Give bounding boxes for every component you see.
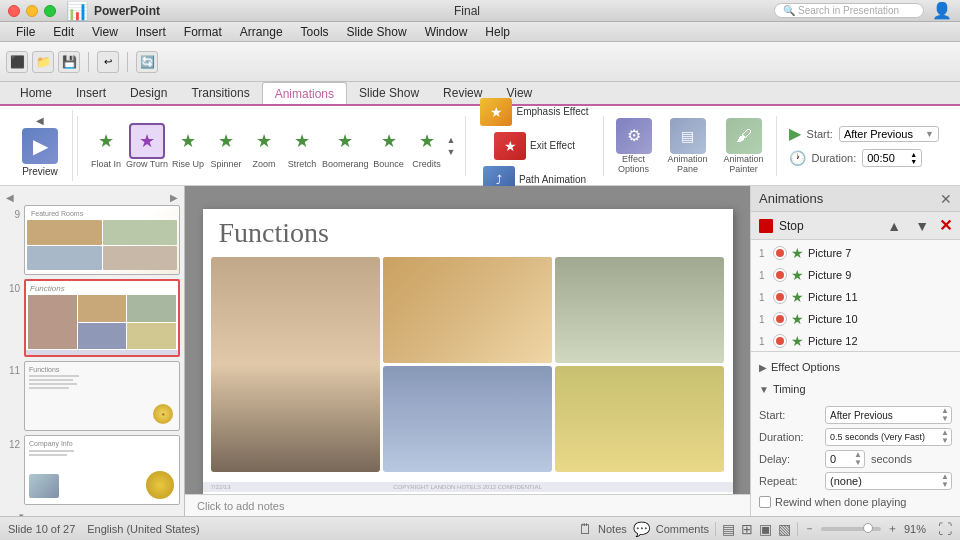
emphasis-effect-button[interactable]: ★ Emphasis Effect bbox=[476, 96, 592, 128]
anim-item-3[interactable]: 1 ★ Picture 11 bbox=[751, 286, 960, 308]
slide-thumb-11[interactable]: 11 Functions ★ bbox=[4, 361, 180, 431]
notes-bar[interactable]: Click to add notes bbox=[185, 494, 750, 516]
zoom-minus[interactable]: － bbox=[804, 521, 815, 536]
start-play-icon: ▶ bbox=[789, 124, 801, 143]
normal-view-button[interactable]: ▤ bbox=[722, 521, 735, 537]
anim-bounce[interactable]: ★ Bounce bbox=[371, 123, 407, 169]
panel-left-arrow[interactable]: ◀ bbox=[6, 192, 14, 203]
anim-stretch[interactable]: ★ Stretch bbox=[284, 123, 320, 169]
zoom-slider[interactable] bbox=[821, 527, 881, 531]
timing-delay-input[interactable]: 0 ▲ ▼ bbox=[825, 450, 865, 468]
fullscreen-button[interactable] bbox=[44, 5, 56, 17]
effect-options-button[interactable]: ⚙ EffectOptions bbox=[616, 118, 652, 174]
anim-rise-up[interactable]: ★ Rise Up bbox=[170, 123, 206, 169]
menu-slideshow[interactable]: Slide Show bbox=[339, 24, 415, 40]
animation-pane-button[interactable]: ▤ AnimationPane bbox=[668, 118, 708, 174]
duration-stepper[interactable]: ▲ ▼ bbox=[910, 151, 917, 165]
slide-thumb-9[interactable]: 9 Featured Rooms bbox=[4, 205, 180, 275]
duration-down-arrow[interactable]: ▼ bbox=[910, 158, 917, 165]
tab-slideshow[interactable]: Slide Show bbox=[347, 82, 431, 104]
slide-thumb-10[interactable]: 10 Functions bbox=[4, 279, 180, 357]
reading-view-button[interactable]: ▣ bbox=[759, 521, 772, 537]
anim-boomerang[interactable]: ★ Boomerang bbox=[322, 123, 369, 169]
timing-duration-dropdown[interactable]: 0.5 seconds (Very Fast) ▲ ▼ bbox=[825, 428, 952, 446]
timing-repeat-dropdown[interactable]: (none) ▲ ▼ bbox=[825, 472, 952, 490]
move-up-button[interactable]: ▲ bbox=[883, 216, 905, 236]
anim-spinner[interactable]: ★ Spinner bbox=[208, 123, 244, 169]
menu-edit[interactable]: Edit bbox=[45, 24, 82, 40]
zoom-plus[interactable]: ＋ bbox=[887, 521, 898, 536]
menu-tools[interactable]: Tools bbox=[293, 24, 337, 40]
zoom-thumb[interactable] bbox=[863, 523, 873, 533]
delete-animation-button[interactable]: ✕ bbox=[939, 216, 952, 235]
timing-start-dropdown[interactable]: After Previous ▲ ▼ bbox=[825, 406, 952, 424]
main-slide[interactable]: Functions bbox=[203, 209, 733, 494]
anim-grow-turn[interactable]: ★ Grow Turn bbox=[126, 123, 168, 169]
tab-animations[interactable]: Animations bbox=[262, 82, 347, 104]
toolbar-save[interactable]: 💾 bbox=[58, 51, 80, 73]
menu-help[interactable]: Help bbox=[477, 24, 518, 40]
anim-item-trigger-dot-4 bbox=[776, 315, 784, 323]
repeat-stepper[interactable]: ▲ ▼ bbox=[941, 473, 949, 489]
share-icon[interactable]: 👤 bbox=[932, 1, 952, 20]
start-down-arrow[interactable]: ▼ bbox=[941, 415, 949, 423]
slide-num-10: 10 bbox=[4, 279, 20, 294]
presenter-view-button[interactable]: ▧ bbox=[778, 521, 791, 537]
anim-item-5[interactable]: 1 ★ Picture 12 bbox=[751, 330, 960, 351]
menu-file[interactable]: File bbox=[8, 24, 43, 40]
duration-input[interactable]: 00:50 ▲ ▼ bbox=[862, 149, 922, 167]
preview-button[interactable]: ◀ ▶ Preview bbox=[16, 111, 64, 181]
anim-item-2[interactable]: 1 ★ Picture 9 bbox=[751, 264, 960, 286]
slide-image-10[interactable]: Functions bbox=[24, 279, 180, 357]
slide-image-9[interactable]: Featured Rooms bbox=[24, 205, 180, 275]
toolbar-undo[interactable]: ↩ bbox=[97, 51, 119, 73]
tab-transitions[interactable]: Transitions bbox=[179, 82, 261, 104]
animation-painter-button[interactable]: 🖌 AnimationPainter bbox=[724, 118, 764, 174]
tab-insert[interactable]: Insert bbox=[64, 82, 118, 104]
anim-credits[interactable]: ★ Credits bbox=[409, 123, 445, 169]
notes-button[interactable]: 🗒 bbox=[578, 521, 592, 537]
s10p2 bbox=[127, 295, 176, 322]
timing-repeat-label: Repeat: bbox=[759, 475, 819, 487]
close-button[interactable] bbox=[8, 5, 20, 17]
start-stepper[interactable]: ▲ ▼ bbox=[941, 407, 949, 423]
anim-item-1[interactable]: 1 ★ Picture 7 bbox=[751, 242, 960, 264]
slide-image-11[interactable]: Functions ★ bbox=[24, 361, 180, 431]
duration-down[interactable]: ▼ bbox=[941, 437, 949, 445]
anim-float-in[interactable]: ★ Float In bbox=[88, 123, 124, 169]
slide-thumb-12[interactable]: 12 Company Info bbox=[4, 435, 180, 505]
menubar: File Edit View Insert Format Arrange Too… bbox=[0, 22, 960, 42]
menu-arrange[interactable]: Arrange bbox=[232, 24, 291, 40]
move-down-button[interactable]: ▼ bbox=[911, 216, 933, 236]
animations-panel-close[interactable]: ✕ bbox=[940, 191, 952, 207]
ribbon-group-effects: ★ Emphasis Effect ★ Exit Effect ⤴ Path A… bbox=[470, 92, 598, 200]
repeat-down[interactable]: ▼ bbox=[941, 481, 949, 489]
slide-image-12[interactable]: Company Info bbox=[24, 435, 180, 505]
exit-effect-button[interactable]: ★ Exit Effect bbox=[476, 130, 592, 162]
duration-up-arrow[interactable]: ▲ bbox=[910, 151, 917, 158]
anim-scroll[interactable]: ▲ ▼ bbox=[447, 135, 456, 157]
menu-window[interactable]: Window bbox=[417, 24, 476, 40]
rewind-checkbox[interactable] bbox=[759, 496, 771, 508]
panel-right-arrow[interactable]: ▶ bbox=[170, 192, 178, 203]
effect-options-section[interactable]: ▶ Effect Options bbox=[751, 356, 960, 378]
toolbar-button[interactable]: ⬛ bbox=[6, 51, 28, 73]
anim-zoom[interactable]: ★ Zoom bbox=[246, 123, 282, 169]
anim-item-4[interactable]: 1 ★ Picture 10 bbox=[751, 308, 960, 330]
menu-format[interactable]: Format bbox=[176, 24, 230, 40]
duration-stepper[interactable]: ▲ ▼ bbox=[941, 429, 949, 445]
minimize-button[interactable] bbox=[26, 5, 38, 17]
slide-sorter-button[interactable]: ⊞ bbox=[741, 521, 753, 537]
tab-home[interactable]: Home bbox=[8, 82, 64, 104]
delay-down[interactable]: ▼ bbox=[854, 459, 862, 467]
delay-stepper[interactable]: ▲ ▼ bbox=[854, 451, 862, 467]
toolbar-refresh[interactable]: 🔄 bbox=[136, 51, 158, 73]
tab-design[interactable]: Design bbox=[118, 82, 179, 104]
timing-section-header[interactable]: ▼ Timing bbox=[751, 378, 960, 400]
start-dropdown[interactable]: After Previous ▼ bbox=[839, 126, 939, 142]
toolbar-open[interactable]: 📁 bbox=[32, 51, 54, 73]
menu-insert[interactable]: Insert bbox=[128, 24, 174, 40]
comments-button[interactable]: 💬 bbox=[633, 521, 650, 537]
fit-to-window-button[interactable]: ⛶ bbox=[938, 521, 952, 537]
menu-view[interactable]: View bbox=[84, 24, 126, 40]
